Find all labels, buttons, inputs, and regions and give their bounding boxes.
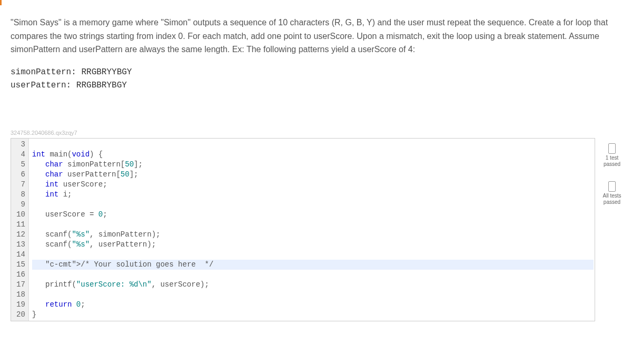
accent-indicator	[0, 0, 2, 5]
code-line[interactable]: }	[32, 310, 595, 320]
code-line[interactable]	[32, 220, 595, 230]
line-number: 14	[16, 250, 25, 260]
line-number: 17	[16, 280, 25, 290]
all-tests-label-2: passed	[603, 199, 621, 205]
line-number: 4	[16, 150, 25, 160]
checkbox-icon	[608, 143, 616, 154]
line-number-gutter: 34567891011121314151617181920	[11, 139, 29, 321]
line-number: 5	[16, 160, 25, 170]
line-number: 18	[16, 290, 25, 300]
code-line[interactable]	[32, 250, 595, 260]
simon-pattern-line: simonPattern: RRGBRYYBGY	[11, 66, 621, 80]
code-line[interactable]: printf("userScore: %d\n", userScore);	[32, 280, 595, 290]
code-line[interactable]	[32, 140, 595, 150]
code-line[interactable]: return 0;	[32, 300, 595, 310]
line-number: 6	[16, 170, 25, 180]
code-line[interactable]	[32, 290, 595, 300]
code-scroll[interactable]: 34567891011121314151617181920 int main(v…	[11, 139, 595, 321]
user-pattern-line: userPattern: RRGBBRYBGY	[11, 79, 621, 93]
all-tests-label-1: All tests	[603, 193, 621, 199]
line-number: 13	[16, 240, 25, 250]
one-test-label-1: 1 test	[604, 155, 620, 161]
code-line[interactable]: char simonPattern[50];	[32, 160, 595, 170]
code-content[interactable]: int main(void) { char simonPattern[50]; …	[29, 139, 595, 321]
code-line[interactable]: int i;	[32, 190, 595, 200]
code-editor[interactable]: 34567891011121314151617181920 int main(v…	[11, 138, 595, 321]
example-patterns: simonPattern: RRGBRYYBGY userPattern: RR…	[11, 66, 621, 93]
line-number: 16	[16, 270, 25, 280]
test-status-panel: 1 test passed All tests passed	[603, 138, 621, 205]
question-id: 324758.2040686.qx3zqy7	[11, 130, 621, 136]
problem-statement: "Simon Says" is a memory game where "Sim…	[11, 16, 621, 56]
line-number: 20	[16, 310, 25, 320]
code-line[interactable]: "c-cmt">/* Your solution goes here */	[32, 260, 594, 270]
line-number: 8	[16, 190, 25, 200]
line-number: 11	[16, 220, 25, 230]
code-line[interactable]: userScore = 0;	[32, 210, 595, 220]
all-tests-badge: All tests passed	[603, 181, 621, 205]
code-line[interactable]	[32, 200, 595, 210]
exercise-container: "Simon Says" is a memory game where "Sim…	[0, 0, 632, 321]
code-line[interactable]: char userPattern[50];	[32, 170, 595, 180]
line-number: 12	[16, 230, 25, 240]
one-test-badge: 1 test passed	[603, 143, 621, 168]
checkbox-icon	[608, 181, 616, 192]
line-number: 3	[16, 140, 25, 150]
code-line[interactable]	[32, 270, 595, 280]
code-line[interactable]: scanf("%s", simonPattern);	[32, 230, 595, 240]
code-line[interactable]: int main(void) {	[32, 150, 595, 160]
line-number: 19	[16, 300, 25, 310]
line-number: 10	[16, 210, 25, 220]
code-line[interactable]: int userScore;	[32, 180, 595, 190]
code-line[interactable]: scanf("%s", userPattern);	[32, 240, 595, 250]
line-number: 7	[16, 180, 25, 190]
one-test-label-2: passed	[604, 161, 620, 168]
line-number: 9	[16, 200, 25, 210]
line-number: 15	[16, 260, 25, 270]
